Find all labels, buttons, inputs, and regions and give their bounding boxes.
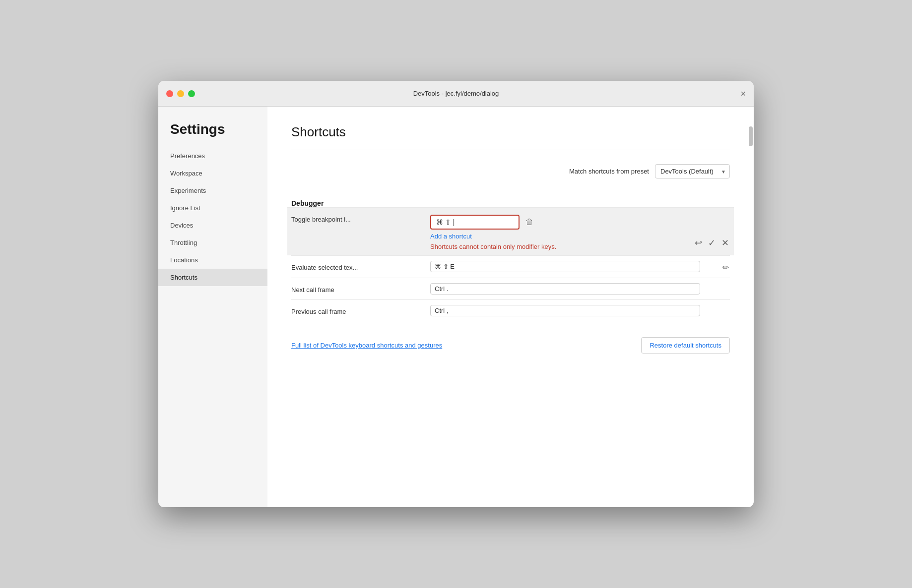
shortcut-row-toggle-breakpoint: Toggle breakpoint i... ⌘ ⇧ | 🗑 — [287, 207, 734, 255]
preset-select[interactable]: DevTools (Default) Visual Studio Code — [655, 164, 730, 178]
shortcut-keys-toggle-breakpoint: ⌘ ⇧ | 🗑 Add a shortcut Shortcuts cannot … — [430, 213, 730, 250]
shortcut-actions-prev-call-frame — [700, 305, 730, 307]
sidebar-item-ignore-list[interactable]: Ignore List — [158, 199, 267, 217]
edit-shortcut-evaluate-button[interactable]: ✏ — [721, 263, 730, 273]
page-title: Shortcuts — [291, 124, 730, 140]
window-close-button[interactable]: × — [740, 89, 746, 98]
shortcut-name-toggle-breakpoint: Toggle breakpoint i... — [291, 213, 430, 223]
devtools-window: DevTools - jec.fyi/demo/dialog × Setting… — [158, 81, 754, 507]
minimize-traffic-light[interactable] — [177, 90, 184, 97]
shortcut-keys-evaluate: ⌘ ⇧ E — [430, 261, 700, 272]
sidebar-item-locations[interactable]: Locations — [158, 251, 267, 269]
shortcut-name-evaluate: Evaluate selected tex... — [291, 261, 430, 271]
shortcut-row-evaluate: Evaluate selected tex... ⌘ ⇧ E ✏ — [291, 255, 730, 278]
scrollbar-track[interactable] — [748, 107, 754, 507]
key-input-field[interactable]: ⌘ ⇧ | — [430, 215, 520, 230]
shortcut-error-message: Shortcuts cannot contain only modifier k… — [430, 243, 690, 250]
editing-area: ⌘ ⇧ | 🗑 Add a shortcut Shortcuts cannot … — [430, 215, 730, 250]
traffic-lights — [166, 90, 195, 97]
shortcut-name-prev-call-frame: Previous call frame — [291, 305, 430, 315]
sidebar-item-throttling[interactable]: Throttling — [158, 234, 267, 251]
add-shortcut-link[interactable]: Add a shortcut — [430, 233, 690, 240]
key-badge-next-call-frame: Ctrl . — [430, 283, 700, 294]
shortcut-row-next-call-frame: Next call frame Ctrl . — [291, 278, 730, 299]
main-content: Shortcuts Match shortcuts from preset De… — [267, 107, 754, 507]
preset-select-wrapper[interactable]: DevTools (Default) Visual Studio Code — [655, 164, 730, 178]
shortcut-keys-next-call-frame: Ctrl . — [430, 283, 700, 294]
title-divider — [291, 150, 730, 150]
sidebar-item-shortcuts[interactable]: Shortcuts — [158, 269, 267, 286]
close-traffic-light[interactable] — [166, 90, 173, 97]
key-badge-prev-call-frame: Ctrl , — [430, 305, 700, 316]
sidebar-heading: Settings — [158, 121, 267, 147]
debugger-section-header: Debugger — [291, 194, 730, 207]
shortcut-actions-evaluate: ✏ — [700, 261, 730, 273]
shortcut-row-prev-call-frame: Previous call frame Ctrl , — [291, 299, 730, 321]
shortcut-name-next-call-frame: Next call frame — [291, 283, 430, 294]
full-list-link[interactable]: Full list of DevTools keyboard shortcuts… — [291, 342, 442, 349]
shortcut-keys-prev-call-frame: Ctrl , — [430, 305, 700, 316]
delete-shortcut-button[interactable]: 🗑 — [524, 217, 534, 227]
undo-shortcut-button[interactable]: ↩ — [694, 237, 703, 248]
sidebar: Settings Preferences Workspace Experimen… — [158, 107, 267, 507]
footer-row: Full list of DevTools keyboard shortcuts… — [291, 337, 730, 353]
debugger-title: Debugger — [291, 199, 730, 207]
maximize-traffic-light[interactable] — [188, 90, 195, 97]
sidebar-item-devices[interactable]: Devices — [158, 217, 267, 234]
preset-row: Match shortcuts from preset DevTools (De… — [291, 164, 730, 178]
sidebar-item-workspace[interactable]: Workspace — [158, 165, 267, 182]
window-title: DevTools - jec.fyi/demo/dialog — [413, 90, 499, 97]
restore-defaults-button[interactable]: Restore default shortcuts — [641, 337, 730, 353]
confirm-shortcut-button[interactable]: ✓ — [707, 237, 717, 248]
titlebar: DevTools - jec.fyi/demo/dialog × — [158, 81, 754, 107]
content-area: Settings Preferences Workspace Experimen… — [158, 107, 754, 507]
sidebar-item-experiments[interactable]: Experiments — [158, 182, 267, 199]
scrollbar-thumb[interactable] — [749, 126, 753, 146]
sidebar-item-preferences[interactable]: Preferences — [158, 147, 267, 165]
shortcut-actions-next-call-frame — [700, 283, 730, 285]
key-badge-evaluate: ⌘ ⇧ E — [430, 261, 700, 272]
preset-label: Match shortcuts from preset — [569, 168, 649, 175]
cancel-shortcut-button[interactable]: ✕ — [720, 237, 730, 248]
